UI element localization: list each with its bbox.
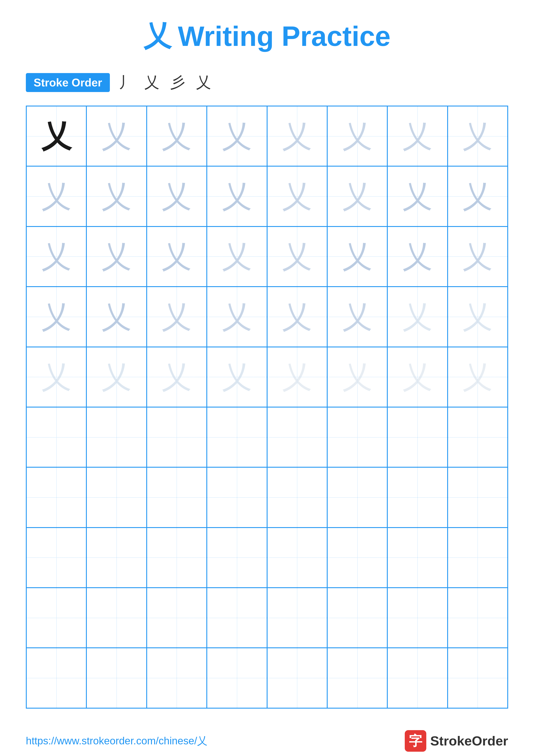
grid-cell[interactable] (87, 407, 146, 467)
grid-cell[interactable] (387, 407, 447, 467)
grid-cell[interactable] (87, 648, 146, 708)
grid-cell[interactable] (207, 588, 267, 648)
grid-cell[interactable]: 乂 (147, 106, 207, 166)
grid-cell[interactable] (87, 527, 146, 588)
grid-cell[interactable]: 乂 (147, 286, 207, 347)
grid-cell[interactable]: 乂 (327, 347, 387, 407)
grid-cell[interactable]: 乂 (207, 286, 267, 347)
cell-bg (388, 648, 447, 708)
grid-cell[interactable]: 乂 (207, 106, 267, 166)
grid-cell[interactable]: 乂 (447, 166, 508, 226)
cell-bg (388, 468, 447, 527)
grid-cell[interactable]: 乂 (26, 166, 87, 226)
grid-cell[interactable] (267, 648, 327, 708)
grid-cell[interactable] (26, 407, 87, 467)
grid-cell[interactable] (147, 467, 207, 527)
grid-cell[interactable]: 乂 (327, 286, 387, 347)
logo-icon: 字 (405, 730, 426, 752)
grid-cell[interactable] (26, 527, 87, 588)
practice-char: 乂 (463, 121, 493, 151)
grid-cell[interactable]: 乂 (267, 227, 327, 286)
grid-cell[interactable]: 乂 (447, 347, 508, 407)
grid-cell[interactable] (26, 588, 87, 648)
grid-cell[interactable] (207, 467, 267, 527)
grid-cell[interactable]: 乂 (267, 347, 327, 407)
grid-cell[interactable] (267, 527, 327, 588)
grid-cell[interactable]: 乂 (87, 286, 146, 347)
grid-cell[interactable] (327, 588, 387, 648)
grid-cell[interactable] (147, 588, 207, 648)
grid-cell[interactable] (26, 648, 87, 708)
grid-cell[interactable]: 乂 (267, 106, 327, 166)
grid-cell[interactable]: 乂 (387, 166, 447, 226)
grid-cell[interactable]: 乂 (207, 347, 267, 407)
cell-bg (448, 648, 507, 708)
practice-char: 乂 (162, 302, 192, 332)
grid-cell[interactable]: 乂 (87, 106, 146, 166)
grid-row: 乂 乂 乂 乂 乂 (26, 286, 508, 347)
grid-cell[interactable] (387, 588, 447, 648)
cell-bg (207, 408, 267, 467)
grid-cell[interactable] (267, 467, 327, 527)
grid-cell[interactable]: 乂 (387, 347, 447, 407)
grid-cell[interactable] (447, 588, 508, 648)
grid-cell[interactable] (147, 407, 207, 467)
grid-cell[interactable] (447, 648, 508, 708)
grid-cell[interactable]: 乂 (87, 347, 146, 407)
grid-cell[interactable]: 乂 (327, 166, 387, 226)
grid-cell[interactable] (207, 527, 267, 588)
grid-cell[interactable]: 乂 (327, 106, 387, 166)
grid-cell[interactable]: 乂 (447, 227, 508, 286)
grid-cell[interactable]: 乂 (387, 286, 447, 347)
grid-cell[interactable]: 乂 (447, 286, 508, 347)
grid-cell[interactable] (327, 527, 387, 588)
practice-char: 乂 (463, 241, 493, 272)
grid-cell[interactable] (447, 527, 508, 588)
grid-cell[interactable]: 乂 (26, 347, 87, 407)
grid-cell[interactable] (327, 467, 387, 527)
footer-url[interactable]: https://www.strokeorder.com/chinese/乂 (26, 734, 207, 748)
practice-char: 乂 (162, 181, 192, 211)
grid-cell[interactable] (26, 467, 87, 527)
grid-cell[interactable] (447, 407, 508, 467)
grid-cell[interactable]: 乂 (387, 227, 447, 286)
practice-char: 乂 (222, 241, 252, 272)
stroke-step-3: 彡 (170, 72, 185, 93)
grid-cell[interactable]: 乂 (26, 227, 87, 286)
practice-char: 乂 (101, 181, 132, 211)
practice-char: 乂 (282, 362, 312, 392)
grid-cell[interactable]: 乂 (147, 227, 207, 286)
grid-cell[interactable] (447, 467, 508, 527)
cell-bg (87, 588, 146, 647)
grid-cell[interactable] (87, 588, 146, 648)
cell-bg (147, 588, 206, 647)
grid-cell[interactable]: 乂 (327, 227, 387, 286)
practice-char: 乂 (41, 181, 71, 211)
grid-cell[interactable]: 乂 (26, 106, 87, 166)
grid-cell[interactable] (267, 588, 327, 648)
grid-cell[interactable] (147, 648, 207, 708)
grid-cell[interactable] (387, 648, 447, 708)
grid-cell[interactable]: 乂 (147, 347, 207, 407)
grid-cell[interactable]: 乂 (87, 166, 146, 226)
grid-cell[interactable]: 乂 (207, 227, 267, 286)
grid-cell[interactable] (147, 527, 207, 588)
grid-cell[interactable] (267, 407, 327, 467)
title-character: 乂 (143, 17, 171, 55)
grid-cell[interactable]: 乂 (147, 166, 207, 226)
grid-cell[interactable] (207, 407, 267, 467)
grid-cell[interactable]: 乂 (387, 106, 447, 166)
grid-cell[interactable] (327, 648, 387, 708)
grid-cell[interactable] (327, 407, 387, 467)
grid-cell[interactable]: 乂 (267, 166, 327, 226)
grid-cell[interactable]: 乂 (207, 166, 267, 226)
grid-cell[interactable]: 乂 (267, 286, 327, 347)
grid-cell[interactable] (387, 527, 447, 588)
grid-cell[interactable] (207, 648, 267, 708)
grid-cell[interactable]: 乂 (87, 227, 146, 286)
grid-cell[interactable] (387, 467, 447, 527)
practice-char: 乂 (222, 181, 252, 211)
grid-cell[interactable] (87, 467, 146, 527)
grid-cell[interactable]: 乂 (26, 286, 87, 347)
grid-cell[interactable]: 乂 (447, 106, 508, 166)
